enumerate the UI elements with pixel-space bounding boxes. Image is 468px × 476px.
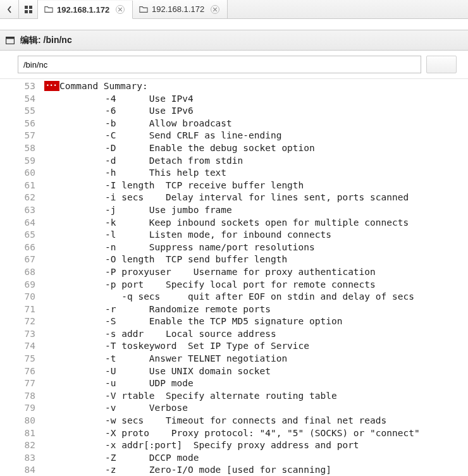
code-line[interactable]: -Z DCCP mode: [44, 452, 468, 465]
blank-separator: [0, 19, 468, 30]
back-button[interactable]: [0, 0, 19, 18]
code-line[interactable]: -X proto Proxy protocol: "4", "5" (SOCKS…: [44, 427, 468, 440]
code-line[interactable]: -S Enable the TCP MD5 signature option: [44, 315, 468, 328]
line-number: 54: [0, 93, 35, 106]
line-number: 65: [0, 229, 35, 241]
line-number: 70: [0, 291, 35, 303]
code-line[interactable]: -u UDP mode: [44, 377, 468, 390]
path-side-button[interactable]: [426, 56, 457, 73]
svg-rect-1: [29, 6, 32, 9]
code-line[interactable]: -D Enable the debug socket option: [44, 142, 468, 155]
code-line[interactable]: -p port Specify local port for remote co…: [44, 279, 468, 291]
svg-rect-5: [6, 37, 15, 39]
svg-rect-3: [29, 10, 32, 13]
line-number: 69: [0, 279, 35, 291]
line-number: 53: [0, 80, 35, 93]
tab-strip: 192.168.1.172 192.168.1.172: [0, 0, 468, 19]
editor-area[interactable]: 5354555657585960616263646566676869707172…: [0, 79, 468, 475]
window-icon: [5, 35, 15, 46]
line-number: 76: [0, 365, 35, 378]
code-line[interactable]: -b Allow broadcast: [44, 118, 468, 130]
chevron-left-icon: [7, 6, 12, 13]
code-line[interactable]: -P proxyuser Username for proxy authenti…: [44, 266, 468, 279]
line-number: 61: [0, 180, 35, 192]
tab-host-2[interactable]: 192.168.1.172: [133, 0, 228, 18]
code-line[interactable]: -j Use jumbo frame: [44, 204, 468, 217]
code-line[interactable]: -U Use UNIX domain socket: [44, 365, 468, 378]
line-number: 73: [0, 328, 35, 341]
line-number: 78: [0, 390, 35, 403]
tab-close-button[interactable]: [211, 5, 219, 14]
code-line[interactable]: -x addr[:port] Specify proxy address and…: [44, 439, 468, 452]
line-number: 57: [0, 130, 35, 142]
tab-host-1[interactable]: 192.168.1.172: [38, 1, 133, 19]
line-number: 67: [0, 253, 35, 266]
line-number: 72: [0, 315, 35, 328]
code-line[interactable]: -v Verbose: [44, 402, 468, 415]
line-number: 75: [0, 353, 35, 365]
edit-bar: 编辑: /bin/nc: [0, 30, 468, 51]
line-number: 80: [0, 415, 35, 427]
code-line[interactable]: -V rtable Specify alternate routing tabl…: [44, 390, 468, 403]
code-line[interactable]: -4 Use IPv4: [44, 93, 468, 106]
line-number: 81: [0, 427, 35, 440]
error-marker-icon: [44, 81, 59, 91]
code-line[interactable]: -t Answer TELNET negotiation: [44, 353, 468, 365]
line-number: 82: [0, 439, 35, 452]
line-number: 64: [0, 217, 35, 229]
code-line[interactable]: -h This help text: [44, 167, 468, 180]
folder-icon: [139, 5, 148, 14]
tab-left-controls: [0, 0, 38, 18]
line-number: 74: [0, 340, 35, 353]
path-input[interactable]: [18, 56, 421, 73]
line-number: 68: [0, 266, 35, 279]
line-number: 55: [0, 105, 35, 118]
code-content[interactable]: Command Summary: -4 Use IPv4 -6 Use IPv6…: [44, 79, 468, 475]
close-icon: [213, 8, 217, 11]
line-number: 60: [0, 167, 35, 180]
code-line[interactable]: -T toskeyword Set IP Type of Service: [44, 340, 468, 353]
code-line[interactable]: -O length TCP send buffer length: [44, 253, 468, 266]
code-line[interactable]: -n Suppress name/port resolutions: [44, 241, 468, 254]
svg-rect-2: [25, 10, 28, 13]
edit-bar-label: 编辑: /bin/nc: [20, 35, 72, 46]
tab-label: 192.168.1.172: [152, 4, 204, 14]
line-number: 58: [0, 142, 35, 155]
code-line[interactable]: -q secs quit after EOF on stdin and dela…: [44, 291, 468, 303]
code-line[interactable]: -l Listen mode, for inbound connects: [44, 229, 468, 241]
code-line[interactable]: Command Summary:: [44, 80, 468, 93]
line-number: 83: [0, 452, 35, 465]
code-line[interactable]: -z Zero-I/O mode [used for scanning]: [44, 464, 468, 475]
line-number: 71: [0, 303, 35, 316]
line-number: 77: [0, 377, 35, 390]
line-number: 66: [0, 241, 35, 254]
close-icon: [118, 8, 122, 11]
code-line[interactable]: -C Send CRLF as line-ending: [44, 130, 468, 142]
code-line[interactable]: -6 Use IPv6: [44, 105, 468, 118]
line-number: 62: [0, 192, 35, 204]
folder-icon: [44, 5, 53, 14]
line-number: 56: [0, 118, 35, 130]
code-line[interactable]: -k Keep inbound sockets open for multipl…: [44, 217, 468, 229]
svg-rect-0: [25, 6, 28, 9]
line-number: 59: [0, 155, 35, 168]
code-line[interactable]: -i secs Delay interval for lines sent, p…: [44, 192, 468, 204]
code-line[interactable]: -s addr Local source address: [44, 328, 468, 341]
tab-label: 192.168.1.172: [57, 5, 109, 15]
grid-icon: [24, 5, 33, 14]
line-number: 63: [0, 204, 35, 217]
line-number: 84: [0, 464, 35, 475]
code-line[interactable]: -d Detach from stdin: [44, 155, 468, 168]
code-line[interactable]: -r Randomize remote ports: [44, 303, 468, 316]
line-number: 79: [0, 402, 35, 415]
code-line[interactable]: -I length TCP receive buffer length: [44, 180, 468, 192]
path-row: [0, 51, 468, 79]
grid-button[interactable]: [19, 0, 38, 18]
tab-close-button[interactable]: [116, 5, 125, 14]
line-number-gutter: 5354555657585960616263646566676869707172…: [0, 79, 44, 475]
code-line[interactable]: -w secs Timeout for connects and final n…: [44, 415, 468, 427]
